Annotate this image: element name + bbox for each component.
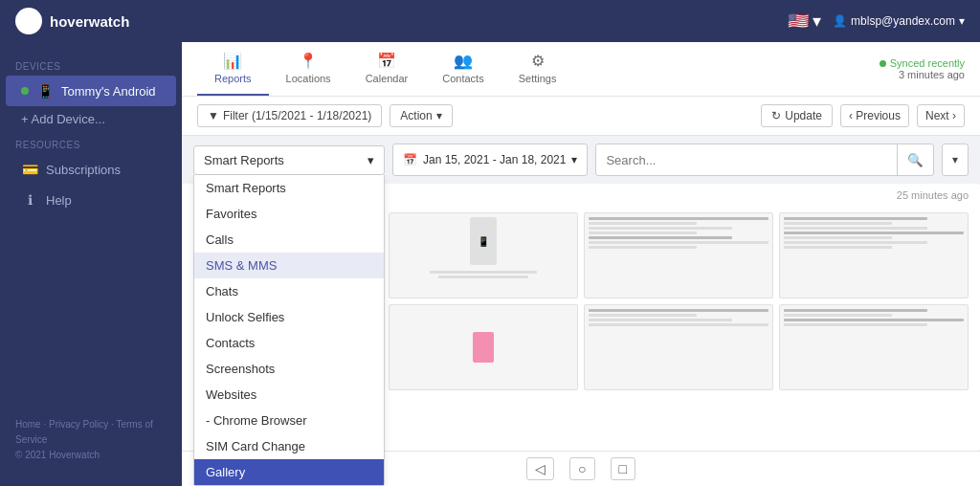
search-icon: 🔍: [907, 153, 924, 167]
tab-contacts[interactable]: 👥 Contacts: [425, 42, 501, 96]
dropdown-item-calls[interactable]: Calls: [194, 227, 384, 253]
update-button[interactable]: ↻ Update: [761, 104, 833, 127]
tab-locations[interactable]: 📍 Locations: [269, 42, 348, 96]
search-button[interactable]: 🔍: [897, 144, 933, 175]
back-icon: ◁: [535, 461, 546, 476]
chevron-down-icon: ▾: [571, 153, 577, 166]
previous-button[interactable]: ‹ Previous: [840, 104, 909, 127]
sort-icon: ▾: [952, 153, 958, 166]
tab-settings-label: Settings: [519, 73, 557, 84]
dropdown-menu: Smart Reports Favorites Calls SMS & MMS …: [193, 175, 385, 486]
gallery-thumb-7[interactable]: [584, 304, 773, 390]
sort-dropdown[interactable]: ▾: [942, 144, 969, 176]
sidebar-item-device[interactable]: 📱 Tommy's Android: [6, 76, 176, 106]
action-label: Action: [400, 109, 432, 122]
chevron-down-icon: ▾: [436, 109, 442, 122]
next-label: Next: [925, 109, 949, 122]
actionbar: ▼ Filter (1/15/2021 - 1/18/2021) Action …: [182, 97, 980, 136]
home-icon: ○: [578, 461, 586, 476]
add-icon: + Add Device...: [21, 112, 105, 126]
sidebar: DEVICES 📱 Tommy's Android + Add Device..…: [0, 42, 182, 486]
gallery-thumb-2[interactable]: 📱: [389, 212, 578, 298]
update-label: Update: [785, 109, 822, 122]
tabs: 📊 Reports 📍 Locations 📅 Calendar 👥 Conta…: [197, 42, 573, 96]
android-icon: 📱: [36, 83, 54, 99]
dropdown-item-sms-mms[interactable]: SMS & MMS: [194, 253, 384, 278]
filter-button[interactable]: ▼ Filter (1/15/2021 - 1/18/2021): [197, 104, 382, 127]
dropdown-select[interactable]: Smart Reports ▾: [193, 145, 385, 175]
tab-settings[interactable]: ⚙ Settings: [501, 42, 574, 96]
footer-home-link[interactable]: Home: [15, 419, 41, 430]
footer-privacy-link[interactable]: Privacy Policy: [49, 419, 108, 430]
recents-icon: □: [619, 461, 627, 476]
navbar: 👁 hoverwatch 🇺🇸 ▾ 👤 mblsp@yandex.com ▾: [0, 0, 980, 42]
refresh-icon: ↻: [771, 109, 781, 122]
chevron-down-icon: ▾: [368, 153, 374, 167]
gallery-thumb-6[interactable]: [389, 304, 578, 390]
topbar: 📊 Reports 📍 Locations 📅 Calendar 👥 Conta…: [182, 42, 980, 97]
calendar-icon: 📅: [377, 52, 396, 70]
chevron-down-icon: ▾: [813, 11, 821, 32]
dropdown-item-screenshots[interactable]: Screenshots: [194, 356, 384, 382]
gallery-thumb-8[interactable]: [779, 304, 969, 390]
filter-label: Filter (1/15/2021 - 1/18/2021): [223, 109, 371, 122]
search-input[interactable]: [596, 153, 897, 167]
layout: DEVICES 📱 Tommy's Android + Add Device..…: [0, 42, 980, 486]
gallery-thumb-3[interactable]: [584, 212, 773, 298]
dropdown-item-unlock-selfies[interactable]: Unlock Selfies: [194, 304, 384, 330]
previous-label: Previous: [856, 109, 901, 122]
contacts-icon: 👥: [454, 52, 473, 70]
recents-button[interactable]: □: [611, 457, 635, 480]
sync-indicator: Synced recently: [880, 57, 965, 69]
search-container: 🔍: [595, 144, 934, 176]
tab-calendar-label: Calendar: [366, 73, 409, 84]
tab-contacts-label: Contacts: [442, 73, 483, 84]
next-button[interactable]: Next ›: [917, 104, 965, 127]
user-email: mblsp@yandex.com: [851, 14, 955, 28]
home-button[interactable]: ○: [569, 457, 594, 480]
calendar-icon: 📅: [403, 153, 417, 166]
main-content: 📊 Reports 📍 Locations 📅 Calendar 👥 Conta…: [182, 42, 980, 486]
footer-copyright: © 2021 Hoverwatch: [15, 448, 167, 463]
chevron-right-icon: ›: [952, 109, 956, 122]
action-button[interactable]: Action ▾: [390, 104, 452, 127]
dropdown-item-favorites[interactable]: Favorites: [194, 201, 384, 227]
resources-label: RESOURCES: [0, 132, 182, 154]
devices-label: DEVICES: [0, 54, 182, 76]
brand-name: hoverwatch: [50, 13, 129, 30]
device-name: Tommy's Android: [61, 84, 156, 99]
user-icon: 👤: [833, 14, 847, 28]
dropdown-item-sim-card-change[interactable]: SIM Card Change: [194, 433, 384, 459]
settings-icon: ⚙: [531, 52, 545, 70]
tab-reports-label: Reports: [214, 73, 252, 84]
sidebar-item-help[interactable]: ℹ Help: [6, 185, 176, 215]
sidebar-item-subscriptions[interactable]: 💳 Subscriptions: [6, 154, 176, 185]
help-label: Help: [46, 193, 72, 208]
add-device-button[interactable]: + Add Device...: [6, 106, 176, 132]
flag-icon: 🇺🇸: [788, 11, 809, 32]
help-icon: ℹ: [21, 192, 38, 208]
back-button[interactable]: ◁: [526, 457, 554, 480]
sync-time: 3 minutes ago: [899, 69, 965, 80]
subscriptions-label: Subscriptions: [46, 163, 121, 177]
tab-locations-label: Locations: [286, 73, 331, 84]
dropdown-item-websites[interactable]: Websites: [194, 382, 384, 408]
dropdown-item-contacts[interactable]: Contacts: [194, 330, 384, 356]
tab-calendar[interactable]: 📅 Calendar: [348, 42, 426, 96]
user-menu[interactable]: 👤 mblsp@yandex.com ▾: [833, 14, 965, 28]
reports-icon: 📊: [223, 52, 242, 70]
chevron-left-icon: ‹: [849, 109, 853, 122]
gallery-thumb-4[interactable]: [779, 212, 969, 298]
dropdown-item-smart-reports[interactable]: Smart Reports: [194, 175, 384, 201]
owl-icon: 👁: [22, 13, 35, 29]
online-dot: [21, 87, 29, 95]
language-selector[interactable]: 🇺🇸 ▾: [788, 11, 821, 32]
dropdown-item-chrome-browser[interactable]: - Chrome Browser: [194, 408, 384, 433]
dropdown-selected-value: Smart Reports: [204, 153, 284, 167]
dropdown-item-gallery[interactable]: Gallery: [194, 459, 384, 485]
dropdown-item-chats[interactable]: Chats: [194, 278, 384, 304]
tab-reports[interactable]: 📊 Reports: [197, 42, 269, 96]
brand: 👁 hoverwatch: [15, 8, 129, 34]
date-range-picker[interactable]: 📅 Jan 15, 2021 - Jan 18, 2021 ▾: [392, 144, 588, 176]
chevron-down-icon: ▾: [959, 14, 965, 28]
